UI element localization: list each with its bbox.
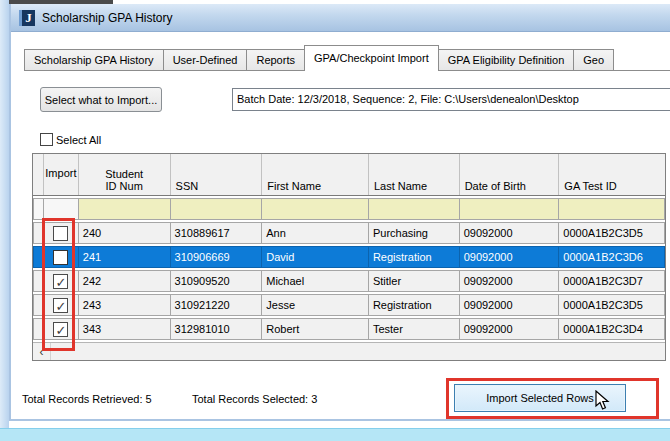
cell-date-of-birth[interactable]: 09092000: [460, 246, 560, 268]
filter-ga-test-id[interactable]: [559, 198, 665, 220]
import-cell[interactable]: [44, 270, 79, 292]
import-cell[interactable]: [44, 318, 79, 340]
screenshot-canvas: J Scholarship GPA History Scholarship GP…: [0, 0, 670, 441]
mouse-cursor-icon: [594, 390, 612, 410]
import-checkbox[interactable]: [53, 298, 68, 313]
cell-first-name[interactable]: Robert: [262, 318, 369, 340]
cell-date-of-birth[interactable]: 09092000: [460, 318, 560, 340]
filter-ssn[interactable]: [171, 198, 263, 220]
cell-first-name[interactable]: David: [262, 246, 369, 268]
cell-ga-test-id[interactable]: 0000A1B2C3D6: [559, 246, 665, 268]
total-records-selected: Total Records Selected: 3: [192, 393, 317, 405]
cell-last-name[interactable]: Tester: [369, 318, 460, 340]
tab-strip: Scholarship GPA History User-Defined Rep…: [24, 45, 670, 71]
cell-student-id[interactable]: 242: [79, 270, 171, 292]
cell-date-of-birth[interactable]: 09092000: [460, 222, 560, 244]
filter-date-of-birth[interactable]: [460, 198, 560, 220]
cell-ssn[interactable]: 310909520: [171, 270, 263, 292]
table-row[interactable]: 243 310921220 Jesse Registration 0909200…: [33, 294, 665, 316]
header-ssn[interactable]: SSN: [171, 154, 263, 195]
cell-ssn[interactable]: 310889617: [171, 222, 263, 244]
filter-first-name[interactable]: [262, 198, 369, 220]
cell-first-name[interactable]: Jesse: [262, 294, 369, 316]
select-what-to-import-button[interactable]: Select what to Import...: [40, 87, 162, 112]
row-selector[interactable]: [33, 222, 44, 244]
tab-reports[interactable]: Reports: [246, 49, 305, 71]
cell-date-of-birth[interactable]: 09092000: [460, 294, 560, 316]
cell-last-name[interactable]: Stitler: [369, 270, 460, 292]
batch-info-field[interactable]: Batch Date: 12/3/2018, Sequence: 2, File…: [232, 88, 670, 111]
row-selector[interactable]: [33, 270, 44, 292]
background-window-edge: [0, 0, 9, 441]
window-title: Scholarship GPA History: [42, 11, 173, 25]
title-bar[interactable]: J Scholarship GPA History: [11, 4, 670, 32]
header-student-id-line1: Student: [105, 168, 143, 180]
cell-student-id[interactable]: 243: [79, 294, 171, 316]
cell-first-name[interactable]: Michael: [262, 270, 369, 292]
filter-row: [33, 198, 665, 220]
app-icon: J: [19, 10, 35, 26]
row-selector[interactable]: [33, 318, 44, 340]
import-checkbox[interactable]: [53, 226, 68, 241]
dialog-bottom-gap: [9, 421, 670, 428]
filter-import[interactable]: [44, 198, 79, 220]
cell-ga-test-id[interactable]: 0000A1B2C3D7: [559, 270, 665, 292]
import-checkbox[interactable]: [53, 250, 68, 265]
header-date-of-birth[interactable]: Date of Birth: [460, 154, 560, 195]
cell-last-name[interactable]: Registration: [369, 294, 460, 316]
import-records-grid: Import Student ID Num SSN First Name Las…: [32, 153, 666, 361]
tab-user-defined[interactable]: User-Defined: [163, 49, 248, 71]
horizontal-scrollbar[interactable]: ‹: [33, 342, 665, 360]
table-row[interactable]: 343 312981010 Robert Tester 09092000 000…: [33, 318, 665, 340]
table-row[interactable]: 240 310889617 Ann Purchasing 09092000 00…: [33, 222, 665, 244]
header-student-id-num[interactable]: Student ID Num: [79, 154, 171, 195]
import-cell[interactable]: [44, 222, 79, 244]
total-records-retrieved: Total Records Retrieved: 5: [22, 393, 152, 405]
tab-geo-truncated[interactable]: Geo: [573, 49, 614, 71]
header-last-name[interactable]: Last Name: [369, 154, 460, 195]
header-ga-test-id[interactable]: GA Test ID: [559, 154, 665, 195]
row-selector[interactable]: [33, 294, 44, 316]
cell-last-name[interactable]: Purchasing: [369, 222, 460, 244]
import-cell[interactable]: [44, 246, 79, 268]
grid-header-row: Import Student ID Num SSN First Name Las…: [33, 154, 665, 196]
cell-student-id[interactable]: 343: [79, 318, 171, 340]
filter-row-selector: [33, 198, 44, 220]
tab-gpa-eligibility-definition[interactable]: GPA Eligibility Definition: [438, 49, 575, 71]
table-row[interactable]: 241 310906669 David Registration 0909200…: [33, 246, 665, 268]
select-all-label: Select All: [56, 134, 101, 146]
select-all-checkbox-group[interactable]: Select All: [40, 133, 101, 146]
cell-date-of-birth[interactable]: 09092000: [460, 270, 560, 292]
row-selector[interactable]: [33, 246, 44, 268]
header-first-name[interactable]: First Name: [262, 154, 369, 195]
cell-student-id[interactable]: 241: [79, 246, 171, 268]
import-cell[interactable]: [44, 294, 79, 316]
cell-ga-test-id[interactable]: 0000A1B2C3D5: [559, 294, 665, 316]
cell-first-name[interactable]: Ann: [262, 222, 369, 244]
cell-ssn[interactable]: 312981010: [171, 318, 263, 340]
scholarship-gpa-history-dialog: J Scholarship GPA History Scholarship GP…: [9, 4, 670, 421]
filter-last-name[interactable]: [369, 198, 460, 220]
cell-ssn[interactable]: 310921220: [171, 294, 263, 316]
background-taskbar-strip: [0, 428, 670, 441]
cell-student-id[interactable]: 240: [79, 222, 171, 244]
import-checkbox[interactable]: [53, 274, 68, 289]
cell-last-name[interactable]: Registration: [369, 246, 460, 268]
table-row[interactable]: 242 310909520 Michael Stitler 09092000 0…: [33, 270, 665, 292]
scroll-left-arrow-icon[interactable]: ‹: [33, 343, 51, 360]
cell-ssn[interactable]: 310906669: [171, 246, 263, 268]
tab-scholarship-gpa-history[interactable]: Scholarship GPA History: [24, 49, 164, 71]
tab-gpa-checkpoint-import[interactable]: GPA/Checkpoint Import: [304, 45, 439, 71]
header-row-selector: [33, 154, 44, 195]
cell-ga-test-id[interactable]: 0000A1B2C3D4: [559, 318, 665, 340]
header-student-id-line2: ID Num: [106, 180, 143, 192]
import-checkbox[interactable]: [53, 322, 68, 337]
header-import[interactable]: Import: [44, 154, 79, 195]
filter-student-id[interactable]: [79, 198, 171, 220]
cell-ga-test-id[interactable]: 0000A1B2C3D5: [559, 222, 665, 244]
select-all-checkbox[interactable]: [40, 133, 53, 146]
